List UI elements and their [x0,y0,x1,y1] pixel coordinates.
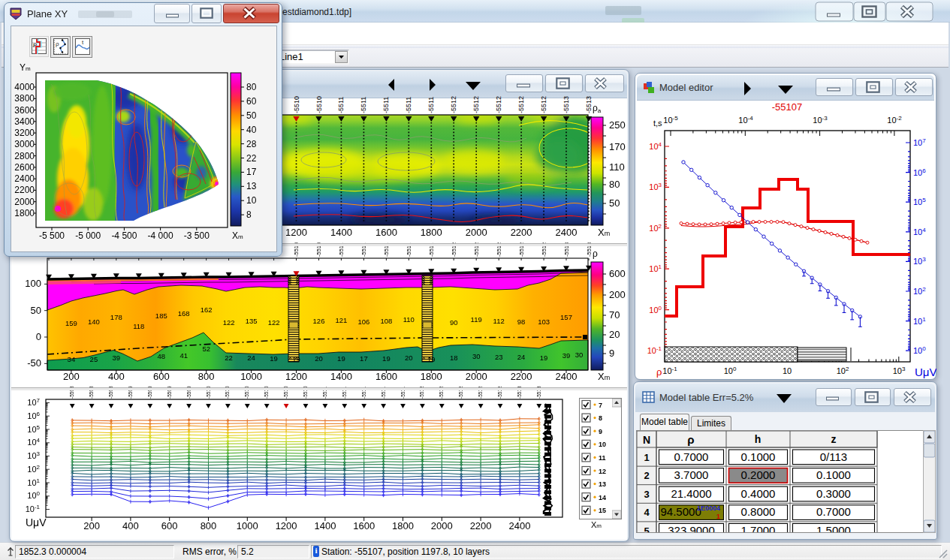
svg-text:h: h [755,433,762,445]
svg-text:Xm: Xm [232,230,243,241]
svg-text:10-5: 10-5 [663,115,678,125]
svg-text:30: 30 [472,352,481,360]
svg-text:250: 250 [609,119,626,131]
svg-text:106: 106 [357,318,369,326]
svg-text:19: 19 [337,354,345,363]
svg-text:ρ: ρ [687,433,694,446]
svg-text:-4 000: -4 000 [148,230,173,241]
svg-text:-5512: -5512 [495,96,502,113]
svg-text:110: 110 [403,315,415,324]
svg-text:2800: 2800 [14,151,35,161]
svg-text:100: 100 [913,345,926,355]
svg-text:-5512: -5512 [517,96,525,113]
svg-text:0.2000: 0.2000 [741,468,776,481]
svg-text:200: 200 [609,289,626,300]
svg-text:101: 101 [649,263,662,273]
svg-text:3800: 3800 [14,93,35,104]
svg-text:80: 80 [246,82,257,92]
svg-text:0.7000: 0.7000 [816,505,851,518]
svg-text:101: 101 [27,477,40,487]
svg-text:2000: 2000 [466,227,487,238]
svg-text:100: 100 [649,305,662,315]
svg-text:ρ: ρ [656,366,662,378]
svg-text:1.7000: 1.7000 [741,524,776,533]
svg-text:1000: 1000 [237,520,258,531]
svg-text:3: 3 [644,489,649,500]
svg-text:50: 50 [246,110,257,121]
svg-text:70: 70 [609,309,620,321]
svg-text:400: 400 [108,371,125,382]
svg-text:20: 20 [609,329,620,340]
svg-text:Xm: Xm [598,227,610,238]
svg-text:-4 500: -4 500 [111,230,137,241]
svg-text:1: 1 [644,452,649,463]
svg-text:-5 000: -5 000 [75,230,101,241]
svg-text:-3 500: -3 500 [184,230,210,241]
svg-text:1600: 1600 [375,227,397,238]
svg-text:600: 600 [609,268,626,279]
svg-text:10-4: 10-4 [738,115,753,125]
svg-text:-5513: -5513 [562,96,570,113]
svg-text:159: 159 [65,319,77,327]
svg-text:9: 9 [599,428,602,435]
svg-text:0.8000: 0.8000 [741,505,776,518]
svg-text:103: 103 [893,366,906,375]
svg-text:185: 185 [155,312,167,320]
svg-text:10-1: 10-1 [647,345,662,355]
svg-text:105: 105 [27,424,40,434]
svg-text:103: 103 [649,182,662,191]
svg-text:UμV: UμV [26,516,47,528]
svg-text:13: 13 [599,480,606,488]
svg-text:1800: 1800 [421,227,442,238]
svg-text:103: 103 [913,256,926,266]
svg-text:103: 103 [27,450,40,460]
svg-text:23: 23 [495,353,503,361]
svg-text:2600: 2600 [14,162,35,173]
svg-text:1800: 1800 [14,208,35,218]
svg-text:168: 168 [178,309,190,318]
svg-text:0/113: 0/113 [820,450,847,463]
svg-text:1: 1 [716,513,720,520]
svg-text:-5513: -5513 [585,96,593,113]
svg-text:126: 126 [313,317,325,325]
svg-text:2400: 2400 [556,227,578,238]
svg-text:7: 7 [599,402,602,409]
svg-text:24: 24 [517,353,526,361]
svg-text:-5 500: -5 500 [39,230,65,241]
svg-text:1600: 1600 [375,371,397,382]
svg-text:19: 19 [427,355,436,363]
svg-text:2000: 2000 [431,520,453,531]
svg-text:60: 60 [246,96,257,107]
svg-text:102: 102 [27,464,40,474]
svg-text:10: 10 [246,195,257,206]
svg-text:28: 28 [246,139,257,149]
svg-text:20: 20 [405,354,413,362]
svg-text:140: 140 [88,318,100,326]
svg-text:19: 19 [540,354,548,362]
svg-text:200: 200 [83,520,100,531]
svg-text:15: 15 [599,507,606,514]
svg-text:101: 101 [913,316,926,326]
svg-text:-55107: -55107 [772,101,802,113]
svg-text:2400: 2400 [14,173,35,184]
svg-text:13: 13 [246,181,257,191]
svg-text:N: N [643,434,650,446]
svg-text:102: 102 [913,286,926,296]
svg-text:90: 90 [450,318,458,327]
svg-text:UμV: UμV [915,366,936,378]
svg-text:40: 40 [246,125,257,135]
svg-text:4: 4 [644,507,650,518]
svg-text:Xm: Xm [591,520,602,529]
svg-text:1800: 1800 [421,371,442,382]
svg-text:1400: 1400 [314,520,336,531]
svg-text:Xm: Xm [598,371,610,382]
svg-text:100: 100 [724,366,737,375]
svg-text:1600: 1600 [353,520,375,531]
svg-text:178: 178 [110,313,122,321]
svg-text:1000: 1000 [240,371,262,382]
svg-text:104: 104 [649,141,662,151]
svg-text:104: 104 [27,437,40,447]
svg-text:48: 48 [158,352,166,360]
svg-text:4000: 4000 [14,82,35,92]
svg-text:19: 19 [292,355,300,363]
